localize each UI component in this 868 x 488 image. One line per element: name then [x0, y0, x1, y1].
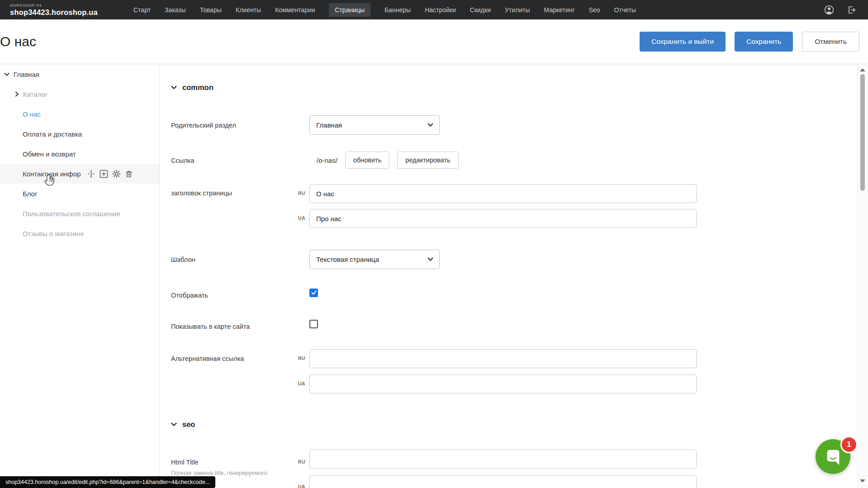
header-buttons: Сохранить и выйти Сохранить Отменить	[640, 32, 859, 52]
logout-icon[interactable]	[846, 5, 856, 15]
menu-comments[interactable]: Комментарии	[275, 6, 315, 14]
sidebar-item-label: Каталог	[23, 90, 48, 98]
row-actions	[87, 170, 133, 178]
scroll-down-arrow-icon[interactable]	[860, 479, 865, 483]
sidebar-item-label: Контактная инфор	[23, 170, 81, 178]
link-refresh-button[interactable]: обновить	[345, 152, 389, 169]
check-icon	[311, 290, 317, 295]
sidebar-item-label: Отзывы о магазине	[23, 230, 84, 237]
chevron-down-icon	[4, 72, 9, 76]
page-title-ru-input[interactable]	[309, 184, 697, 203]
scroll-up-arrow-icon[interactable]	[860, 68, 865, 71]
menu-utilities[interactable]: Утилиты	[505, 6, 530, 14]
page-title-label: заголовок страницы	[171, 190, 232, 197]
menu-discounts[interactable]: Скидки	[470, 6, 491, 14]
menu-reports[interactable]: Отчеты	[614, 6, 636, 14]
template-label: Шаблон	[171, 256, 195, 263]
html-title-ru-input[interactable]	[309, 450, 697, 469]
sitemap-label: Показывать в карте сайта	[171, 323, 250, 330]
save-and-exit-button[interactable]: Сохранить и выйти	[640, 32, 726, 52]
html-title-ua-input[interactable]	[309, 475, 697, 488]
sidebar-item-user-agreement[interactable]: Пользовательское соглашение	[0, 204, 159, 223]
menu-banners[interactable]: Баннеры	[384, 6, 411, 14]
sidebar-item-label: Блог	[23, 190, 37, 198]
chevron-down-icon	[171, 422, 177, 426]
account-icon[interactable]	[824, 5, 835, 15]
top-menu: Старт Заказы Товары Клиенты Комментарии …	[133, 3, 636, 17]
chat-unread-badge: 1	[840, 436, 858, 453]
section-title: common	[182, 83, 213, 92]
sidebar-item-label: Главная	[14, 71, 39, 78]
add-page-icon[interactable]	[100, 170, 108, 178]
pages-tree-sidebar: Главная Каталог О нас Оплата и доставка …	[0, 64, 160, 488]
scrollbar-thumb[interactable]	[860, 74, 865, 191]
sidebar-item-exchange-return[interactable]: Обмен и возврат	[0, 144, 159, 164]
page-title: О нас	[0, 34, 36, 49]
section-seo[interactable]: seo	[171, 420, 195, 429]
link-edit-button[interactable]: редактировать	[397, 152, 458, 169]
parent-section-label: Родительский раздел	[171, 122, 236, 129]
alt-link-label: Альтернативная ссылка	[171, 355, 244, 362]
menu-start[interactable]: Старт	[133, 6, 151, 14]
lang-badge-ua: UA	[278, 381, 305, 386]
display-checkbox[interactable]	[309, 289, 318, 297]
link-label: Ссылка	[171, 157, 194, 164]
template-select[interactable]: Текстовая страница	[309, 250, 440, 269]
section-title: seo	[182, 420, 195, 429]
menu-products[interactable]: Товары	[200, 6, 222, 14]
sidebar-item-payment-delivery[interactable]: Оплата и доставка	[0, 124, 159, 144]
lang-badge-ua: UA	[278, 484, 305, 488]
chat-widget-button[interactable]: 1	[816, 439, 850, 474]
status-url-tooltip: shop34423.horoshop.ua/edit/edit.php?id=6…	[0, 476, 215, 488]
sidebar-item-home[interactable]: Главная	[0, 64, 159, 84]
alt-link-ru-input[interactable]	[309, 349, 697, 368]
html-title-label: Html Title	[171, 459, 198, 466]
menu-settings[interactable]: Настройки	[425, 6, 456, 14]
chevron-down-icon	[427, 257, 433, 261]
menu-clients[interactable]: Клиенты	[236, 6, 261, 14]
topbar: HOROSHOP V4 shop34423.horoshop.ua Старт …	[0, 0, 868, 19]
html-title-hint: Полная замена title, генерируемого	[171, 469, 267, 476]
page-header: О нас Сохранить и выйти Сохранить Отмени…	[0, 19, 868, 64]
sidebar-item-label: Оплата и доставка	[23, 130, 82, 138]
parent-section-select[interactable]: Главная	[309, 115, 440, 135]
sidebar-item-label: О нас	[23, 110, 41, 118]
lang-badge-ua: UA	[278, 215, 305, 221]
alt-link-ua-input[interactable]	[309, 374, 697, 393]
vertical-scrollbar[interactable]	[857, 64, 868, 488]
menu-marketing[interactable]: Маркетинг	[544, 6, 575, 14]
page-title-ua-input[interactable]	[309, 209, 697, 228]
sidebar-item-catalog[interactable]: Каталог	[0, 84, 159, 104]
chevron-down-icon	[427, 123, 433, 127]
brand-logo[interactable]: HOROSHOP V4 shop34423.horoshop.ua	[10, 4, 98, 16]
chat-bubble-icon	[823, 446, 844, 467]
lang-badge-ru: RU	[278, 459, 305, 464]
section-common[interactable]: common	[171, 83, 213, 92]
brand-domain: shop34423.horoshop.ua	[10, 9, 98, 16]
sidebar-item-blog[interactable]: Блог	[0, 184, 159, 204]
sidebar-item-label: Пользовательское соглашение	[23, 210, 120, 218]
brand-version: HOROSHOP V4	[10, 4, 98, 8]
sidebar-item-about[interactable]: О нас	[0, 104, 159, 124]
settings-gear-icon[interactable]	[112, 170, 121, 178]
display-label: Отображать	[171, 292, 208, 299]
sitemap-checkbox[interactable]	[309, 320, 318, 328]
save-button[interactable]: Сохранить	[735, 32, 793, 52]
menu-seo[interactable]: Seo	[589, 6, 600, 14]
menu-orders[interactable]: Заказы	[165, 6, 186, 14]
sidebar-item-store-reviews[interactable]: Отзывы о магазине	[0, 223, 159, 243]
cancel-button[interactable]: Отменить	[802, 32, 859, 52]
selected-value: Текстовая страница	[316, 256, 379, 263]
selected-value: Главная	[316, 121, 342, 129]
delete-trash-icon[interactable]	[125, 170, 133, 178]
chevron-right-icon	[15, 91, 19, 97]
menu-pages[interactable]: Страницы	[329, 3, 370, 17]
page-edit-form: common Родительский раздел Главная Ссылк…	[160, 64, 858, 488]
link-row: /o-nas/ обновить редактировать	[309, 152, 459, 169]
topbar-icons	[824, 5, 856, 15]
link-path: /o-nas/	[317, 156, 337, 164]
move-icon[interactable]	[87, 170, 95, 178]
sidebar-item-contact-info[interactable]: Контактная инфор	[0, 164, 159, 184]
chevron-down-icon	[171, 85, 177, 90]
sidebar-item-label: Обмен и возврат	[23, 150, 76, 158]
